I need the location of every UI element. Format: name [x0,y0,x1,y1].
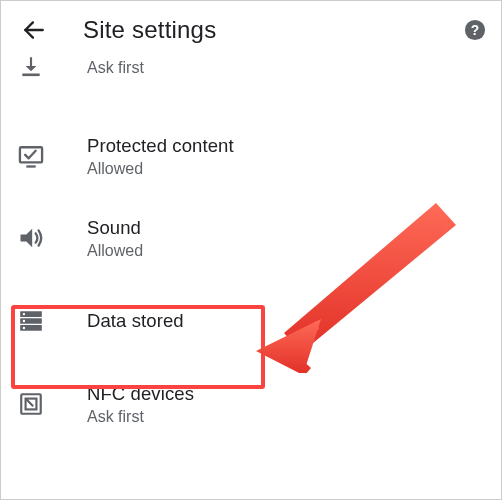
row-protected-content[interactable]: Protected content Allowed [1,115,501,197]
svg-rect-3 [22,74,39,77]
svg-point-14 [23,327,25,329]
svg-point-13 [23,320,25,322]
back-arrow-icon [21,17,47,43]
sound-icon [17,224,45,252]
row-title: NFC devices [87,383,194,405]
svg-rect-4 [30,57,32,67]
row-subtitle: Ask first [87,408,194,426]
storage-icon [17,307,45,335]
svg-marker-8 [21,229,33,248]
row-subtitle: Allowed [87,160,234,178]
row-subtitle: Allowed [87,242,143,260]
row-data-stored[interactable]: Data stored [1,279,501,363]
settings-list: Ask first Protected content Allowed Soun [1,59,501,445]
download-icon [17,53,45,81]
row-subtitle: Ask first [87,59,144,77]
row-title: Sound [87,217,143,239]
row-automatic-downloads[interactable]: Ask first [1,59,501,115]
page-title: Site settings [83,16,216,44]
svg-text:?: ? [471,23,479,38]
row-sound[interactable]: Sound Allowed [1,197,501,279]
header: Site settings ? [1,1,501,59]
help-icon: ? [464,19,486,41]
back-button[interactable] [13,9,55,51]
svg-point-12 [23,313,25,315]
help-button[interactable]: ? [463,18,487,42]
protected-icon [17,142,45,170]
svg-line-17 [26,399,34,407]
row-title: Protected content [87,135,234,157]
nfc-icon [17,390,45,418]
row-title: Data stored [87,310,184,332]
row-nfc-devices[interactable]: NFC devices Ask first [1,363,501,445]
svg-marker-5 [26,66,37,71]
